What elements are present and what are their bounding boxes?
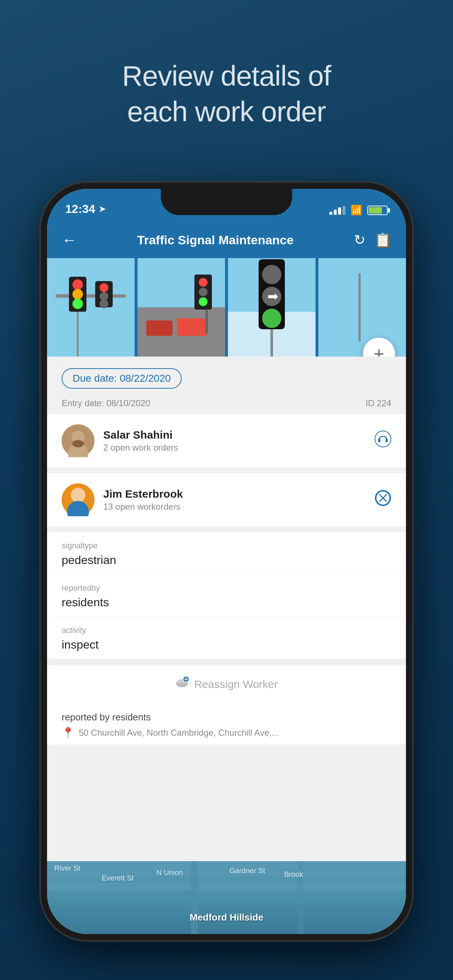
field-signaltype-value: pedestrian [62, 554, 391, 567]
svg-point-17 [199, 278, 207, 287]
header-actions: ↻ 📋 [354, 232, 391, 248]
svg-rect-29 [359, 274, 361, 342]
svg-point-38 [71, 488, 85, 503]
photo-1[interactable] [47, 258, 135, 356]
worker-card-1[interactable]: Salar Shahini 2 open work orders [47, 414, 406, 468]
field-reportedby-label: reportedby [62, 583, 391, 593]
svg-point-25 [262, 309, 282, 328]
svg-text:➡: ➡ [267, 289, 278, 304]
headset-icon[interactable] [375, 431, 391, 451]
worker-1-name: Salar Shahini [103, 429, 366, 441]
svg-point-9 [100, 299, 108, 308]
field-signaltype: signaltype pedestrian [47, 532, 406, 574]
svg-rect-13 [146, 320, 172, 336]
background-headline: Review details of each work order [0, 58, 453, 129]
field-activity: activity inspect [47, 617, 406, 659]
map-label: Medford Hillside [190, 912, 263, 923]
svg-rect-1 [56, 294, 126, 298]
svg-rect-36 [386, 439, 388, 442]
worker-2-orders: 13 open workorders [103, 502, 366, 512]
reported-text: reported by residents [62, 712, 391, 723]
svg-point-3 [73, 279, 83, 290]
bottom-section: reported by residents 📍 50 Churchill Ave… [47, 703, 406, 745]
location-arrow-icon: ➤ [99, 205, 105, 214]
photo-3[interactable]: ➡ [228, 258, 316, 356]
avatar-jim [62, 484, 94, 516]
svg-point-19 [199, 297, 207, 306]
due-date-badge[interactable]: Due date: 08/22/2020 [62, 368, 182, 389]
back-button[interactable]: ← [62, 231, 77, 249]
field-activity-label: activity [62, 625, 391, 635]
phone-screen: 12:34 ➤ 📶 ← Traffic Signal Maintenance [47, 189, 406, 934]
status-icons: 📶 [329, 205, 388, 216]
fields-section: signaltype pedestrian reportedby residen… [47, 532, 406, 659]
remove-worker-icon[interactable] [375, 490, 391, 511]
history-icon[interactable]: ↻ [354, 232, 365, 248]
svg-point-23 [262, 265, 282, 285]
photo-partial [318, 258, 406, 356]
phone-frame: 12:34 ➤ 📶 ← Traffic Signal Maintenance [40, 182, 413, 940]
reassign-label: Reassign Worker [194, 678, 278, 690]
entry-date: Entry date: 08/10/2020 [62, 398, 150, 408]
meta-row: Entry date: 08/10/2020 ID 224 [47, 395, 406, 408]
work-order-id: ID 224 [365, 398, 391, 408]
list-icon[interactable]: 📋 [374, 232, 391, 248]
wifi-icon: 📶 [351, 205, 362, 216]
reassign-section[interactable]: Reassign Worker [47, 665, 406, 703]
location-pin-icon: 📍 [62, 727, 74, 739]
field-reportedby: reportedby residents [47, 574, 406, 617]
svg-rect-10 [77, 312, 79, 356]
due-date-section: Due date: 08/22/2020 [47, 356, 406, 395]
map-background: River St Everett St N Union Gardner St B… [47, 861, 406, 934]
field-signaltype-label: signaltype [62, 541, 391, 550]
content-area: Due date: 08/22/2020 Entry date: 08/10/2… [47, 356, 406, 934]
avatar-salar [62, 425, 94, 457]
svg-point-18 [199, 288, 207, 296]
worker-1-info: Salar Shahini 2 open work orders [103, 429, 366, 453]
photos-section: ➡ + [47, 258, 406, 356]
address-row: 📍 50 Churchill Ave, North Cambridge, Chu… [62, 727, 391, 739]
field-reportedby-value: residents [62, 596, 391, 609]
address-text: 50 Churchill Ave, North Cambridge, Churc… [79, 728, 279, 738]
svg-rect-0 [47, 258, 135, 356]
app-header: ← Traffic Signal Maintenance ↻ 📋 [47, 222, 406, 258]
worker-card-2[interactable]: Jim Esterbrook 13 open workorders [47, 473, 406, 527]
svg-rect-46 [176, 683, 188, 685]
worker-2-info: Jim Esterbrook 13 open workorders [103, 488, 366, 512]
map-section[interactable]: River St Everett St N Union Gardner St B… [47, 861, 406, 934]
photo-2[interactable] [137, 258, 225, 356]
svg-rect-27 [270, 329, 273, 356]
svg-point-34 [375, 431, 391, 447]
svg-point-4 [73, 289, 83, 300]
svg-point-5 [73, 299, 83, 309]
page-title: Traffic Signal Maintenance [77, 233, 354, 247]
phone-notch [161, 189, 292, 215]
signal-bars-icon [329, 206, 345, 215]
worker-1-orders: 2 open work orders [103, 442, 366, 453]
svg-point-33 [72, 440, 84, 447]
svg-point-7 [100, 283, 108, 292]
battery-icon [367, 205, 388, 215]
status-time: 12:34 ➤ [65, 202, 105, 216]
field-activity-value: inspect [62, 638, 391, 652]
svg-rect-35 [378, 439, 380, 442]
reassign-icon [175, 676, 189, 693]
worker-2-name: Jim Esterbrook [103, 488, 366, 500]
svg-rect-14 [177, 318, 207, 336]
